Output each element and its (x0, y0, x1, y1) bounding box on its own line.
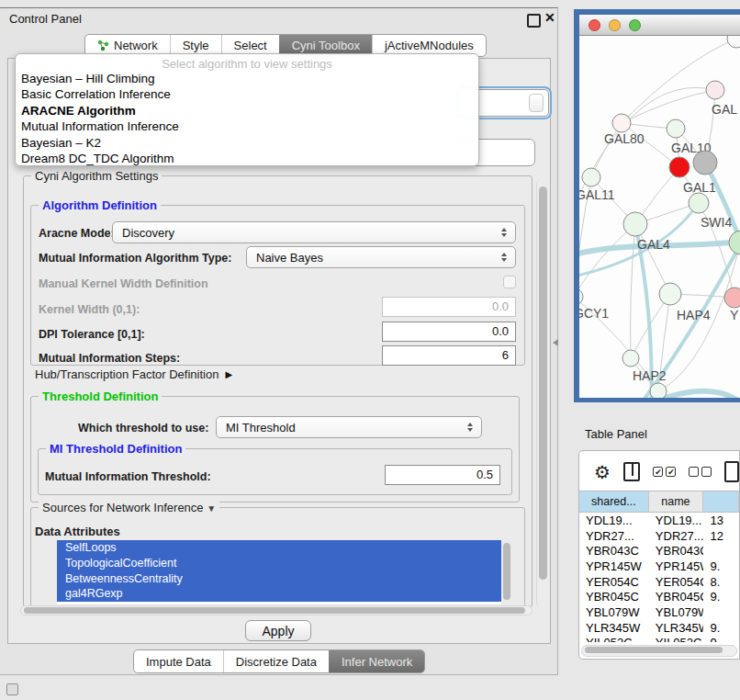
column-header[interactable]: shared... (579, 491, 649, 512)
table-row[interactable]: YBL079WYBL079W (579, 604, 739, 620)
dpi-tolerance-field[interactable]: 0.0 (382, 322, 516, 342)
hub-definition-section[interactable]: Hub/Transcription Factor Definition ▶ (35, 367, 232, 381)
table-cell: YBR043C (649, 544, 704, 558)
algorithm-option[interactable]: ARACNE Algorithm (16, 103, 478, 119)
checked-pair-icon[interactable]: ✔✔ (653, 467, 676, 477)
network-edge[interactable] (622, 90, 715, 123)
table-cell: 12 (703, 529, 739, 543)
network-edge-highlighted[interactable] (705, 163, 740, 243)
node-GAL10[interactable] (667, 119, 685, 138)
table-row[interactable]: YER054CYER054C8. (579, 574, 739, 590)
node-top-partial[interactable] (727, 36, 740, 48)
mi-steps-field[interactable]: 6 (382, 345, 516, 366)
table-cell: YPR145W (649, 559, 704, 573)
float-window-icon[interactable] (527, 14, 541, 28)
splitter-collapse-icon[interactable] (553, 339, 558, 346)
table-row[interactable]: YBR043CYBR043C (579, 543, 739, 559)
settings-vertical-scrollbar-thumb[interactable] (539, 186, 547, 580)
table-horizontal-scrollbar[interactable] (581, 645, 737, 657)
mi-type-combobox[interactable]: Naive Bayes (246, 246, 516, 268)
node-bottom-partial[interactable] (650, 383, 667, 398)
settings-group-title: Cyni Algorithm Settings (31, 169, 162, 183)
table-row[interactable]: YIL052CYIL052C9 (579, 636, 739, 643)
tab-discretize-data[interactable]: Discretize Data (223, 650, 329, 672)
algorithm-option[interactable]: Bayesian – K2 (16, 135, 478, 151)
table-cell: 8. (703, 575, 739, 589)
data-attribute-item[interactable]: gal4RGexp (57, 586, 501, 602)
node-GAL4[interactable] (623, 212, 647, 236)
column-header[interactable] (703, 491, 739, 512)
node-GAL11[interactable] (582, 168, 600, 186)
mi-threshold-label: Mutual Information Threshold: (45, 470, 211, 483)
data-attributes-list[interactable]: SelfLoopsTopologicalCoefficientBetweenne… (57, 540, 501, 604)
node-GAL1[interactable] (689, 193, 709, 213)
settings-vertical-scrollbar[interactable] (536, 179, 548, 607)
node-SWI4[interactable] (729, 231, 740, 254)
manual-kernel-label: Manual Kernel Width Definition (39, 277, 208, 290)
attributes-scrollbar[interactable] (502, 541, 512, 604)
network-window-titlebar[interactable] (579, 15, 740, 36)
column-header[interactable]: name (649, 491, 704, 512)
node-HAP4[interactable] (659, 283, 681, 305)
columns-icon[interactable] (623, 462, 640, 481)
dpi-tolerance-label: DPI Tolerance [0,1]: (39, 328, 145, 341)
mac-close-icon[interactable] (589, 19, 600, 31)
table-horizontal-scrollbar-thumb[interactable] (585, 647, 723, 653)
unchecked-pair-icon[interactable] (689, 467, 712, 477)
sources-group-title[interactable]: Sources for Network Inference ▼ (39, 501, 219, 514)
network-graph[interactable]: GALGAL80GAL10GAL11GAL1SWI4GAL4GCY1HAP4YH… (579, 36, 740, 398)
algorithm-option[interactable]: Mutual Information Inference (16, 119, 478, 134)
mi-threshold-field[interactable]: 0.5 (385, 465, 500, 485)
algorithm-option[interactable]: Basic Correlation Inference (16, 86, 478, 102)
table-cell: YLR345W (579, 621, 649, 635)
kernel-width-field[interactable]: 0.0 (382, 297, 516, 317)
stepper-arrows-icon (501, 253, 507, 262)
table-cell: YBL079W (579, 605, 649, 619)
close-icon[interactable]: ✕ (544, 13, 555, 23)
settings-horizontal-scrollbar[interactable] (20, 605, 533, 615)
data-attribute-item[interactable]: BetweennessCentrality (57, 571, 501, 587)
mac-zoom-icon[interactable] (629, 19, 641, 31)
table-row[interactable]: YDL19...YDL19...13 (579, 513, 739, 528)
node-gray[interactable] (693, 151, 717, 175)
gear-icon[interactable]: ⚙ (594, 463, 611, 481)
node-HAP2[interactable] (622, 350, 639, 367)
node-Y-partial[interactable] (724, 288, 740, 308)
aracne-mode-value: Discovery (122, 226, 174, 240)
mi-type-value: Naive Bayes (256, 251, 323, 265)
apply-button[interactable]: Apply (245, 620, 311, 641)
network-canvas[interactable]: GALGAL80GAL10GAL11GAL1SWI4GAL4GCY1HAP4YH… (579, 36, 740, 398)
tab-impute-data[interactable]: Impute Data (134, 650, 223, 672)
node-gal-partial[interactable] (706, 81, 724, 99)
mac-minimize-icon[interactable] (609, 19, 621, 31)
tab-infer-network[interactable]: Infer Network (329, 650, 424, 672)
node-Y-partial-label: Y (730, 308, 739, 322)
table-cell: YDL19... (579, 514, 649, 527)
attributes-scrollbar-thumb[interactable] (503, 543, 510, 600)
table-cell: 9. (703, 559, 739, 573)
aracne-mode-label: Aracne Mode: (39, 227, 115, 240)
table-panel-title: Table Panel (585, 427, 647, 441)
tab-label: Discretize Data (236, 655, 317, 669)
manual-kernel-checkbox[interactable] (503, 276, 516, 288)
table-cell: 13 (703, 514, 739, 527)
aracne-mode-combobox[interactable]: Discovery (112, 221, 516, 243)
node-GAL80[interactable] (612, 114, 631, 132)
document-icon[interactable] (724, 461, 739, 482)
settings-horizontal-scrollbar-thumb[interactable] (24, 607, 525, 614)
table-row[interactable]: YDR27...YDR27...12 (579, 528, 739, 544)
table-row[interactable]: YBR045CYBR045C9. (579, 589, 739, 604)
node-GCY1[interactable] (579, 288, 583, 305)
node-SWI4-label: SWI4 (701, 215, 732, 230)
data-attribute-item[interactable]: SelfLoops (57, 540, 501, 556)
collapsed-panel-icon[interactable] (6, 683, 18, 695)
data-attribute-item[interactable]: TopologicalCoefficient (57, 556, 501, 571)
table-row[interactable]: YPR145WYPR145W9. (579, 559, 739, 574)
algorithm-option[interactable]: Bayesian – Hill Climbing (16, 71, 478, 86)
which-threshold-combobox[interactable]: MI Threshold (216, 416, 482, 438)
table-panel-window: ⚙✔✔ shared...name YDL19...YDL19...13YDR2… (578, 450, 740, 660)
algorithm-option[interactable]: Dream8 DC_TDC Algorithm (16, 151, 478, 166)
tab-label: Cyni Toolbox (292, 39, 360, 52)
node-red[interactable] (669, 157, 690, 177)
table-row[interactable]: YLR345WYLR345W9. (579, 620, 739, 636)
